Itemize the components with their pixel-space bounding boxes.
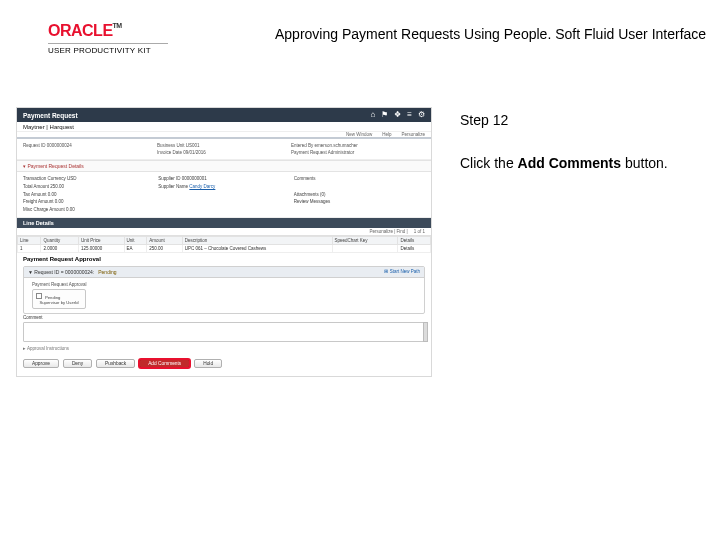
step-text: Click the Add Comments button. [460, 153, 700, 174]
help-link[interactable]: Help [382, 132, 391, 137]
breadcrumb: Maytner | Harquest [17, 122, 431, 132]
nav-icon[interactable]: ❖ [394, 111, 401, 119]
action-buttons: Approve Deny Pushback Add Comments Hold [17, 355, 431, 372]
add-comments-button[interactable]: Add Comments [139, 359, 190, 368]
page-title: Approving Payment Requests Using People.… [275, 26, 706, 42]
brand-divider [48, 43, 168, 44]
start-new-path-link[interactable]: ⊞Start New Path [384, 269, 420, 274]
step-label: Step 12 [460, 110, 700, 131]
meta-col3: Entered By emerson.schumacherPayment Req… [291, 142, 425, 156]
details-col3: Comments Attachments (0) Review Messages [294, 175, 425, 213]
oracle-logo: ORACLETM [48, 22, 168, 40]
supplier-link[interactable]: Candy Darcy [189, 184, 215, 189]
home-icon[interactable]: ⌂ [370, 111, 375, 119]
section-details-header[interactable]: ▾ Payment Request Details [17, 160, 431, 172]
comment-label: Comment [23, 315, 431, 320]
embedded-screenshot: Payment Request ⌂ ⚑ ❖ ≡ ⚙ Maytner | Harq… [16, 107, 432, 377]
menu-icon[interactable]: ≡ [407, 111, 412, 119]
plus-icon: ⊞ [384, 269, 388, 274]
comment-textarea[interactable] [23, 322, 425, 342]
approval-box: ▼ Request ID = 0000000024: Pending ⊞Star… [23, 266, 425, 314]
app-topbar: Payment Request ⌂ ⚑ ❖ ≡ ⚙ [17, 108, 431, 122]
gear-icon[interactable]: ⚙ [418, 111, 425, 119]
line-table: LineQuantityUnit PriceUnitAmountDescript… [17, 236, 431, 253]
line-details-header: Line Details [17, 218, 431, 228]
meta-row: Request ID 0000000024 Business Unit US00… [17, 139, 431, 160]
sub-breadcrumb: New Window Help Personalize [17, 132, 431, 139]
approval-step-card[interactable]: Pending Supervisor by UserId [32, 289, 86, 309]
new-window-link[interactable]: New Window [346, 132, 372, 137]
approval-header: Payment Request Approval [17, 253, 431, 265]
approval-body: Payment Request Approval Pending Supervi… [24, 278, 424, 313]
flag-icon[interactable]: ⚑ [381, 111, 388, 119]
action-button-row: ▸ Approval Instructions [17, 342, 431, 355]
approve-button[interactable]: Approve [23, 359, 59, 368]
pending-check-icon [36, 293, 42, 299]
details-grid: Transaction Currency USD Total Amount 25… [17, 172, 431, 217]
table-header-row: LineQuantityUnit PriceUnitAmountDescript… [18, 236, 431, 244]
approval-box-header[interactable]: ▼ Request ID = 0000000024: Pending ⊞Star… [24, 267, 424, 278]
table-row[interactable]: 12.0000125.00000EA250.00UPC 061 – Chocol… [18, 244, 431, 252]
meta-col2: Business Unit US001Invoice Date 09/01/20… [157, 142, 291, 156]
meta-col1: Request ID 0000000024 [23, 142, 157, 156]
details-col2: Supplier ID 0000000001 Supplier Name Can… [158, 175, 289, 213]
line-toolbar: Personalize | Find | 1 of 1 [17, 228, 431, 236]
pushback-button[interactable]: Pushback [96, 359, 135, 368]
personalize-link[interactable]: Personalize [401, 132, 425, 137]
topbar-icons: ⌂ ⚑ ❖ ≡ ⚙ [370, 111, 425, 119]
hold-button[interactable]: Hold [194, 359, 222, 368]
details-col1: Transaction Currency USD Total Amount 25… [23, 175, 154, 213]
instruction-panel: Step 12 Click the Add Comments button. [460, 110, 700, 196]
app-title: Payment Request [23, 112, 78, 119]
brand-subtitle: USER PRODUCTIVITY KIT [48, 46, 168, 55]
deny-button[interactable]: Deny [63, 359, 92, 368]
approval-instructions-link[interactable]: ▸ Approval Instructions [23, 346, 69, 351]
brand-block: ORACLETM USER PRODUCTIVITY KIT [48, 22, 168, 55]
